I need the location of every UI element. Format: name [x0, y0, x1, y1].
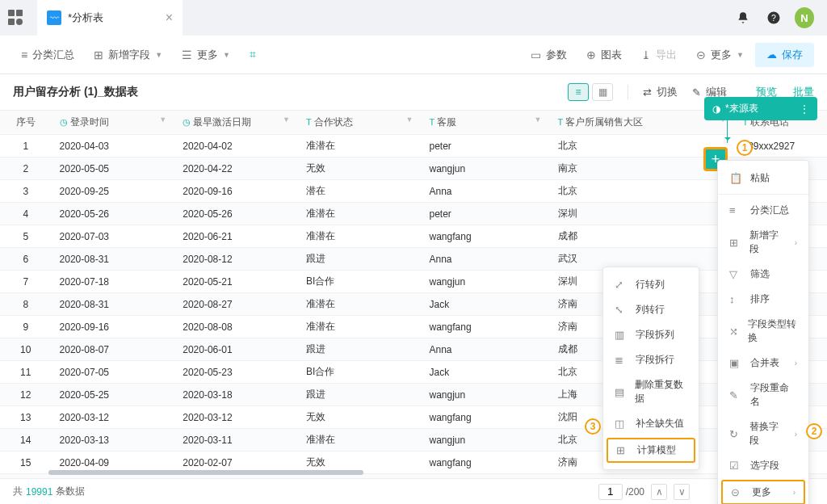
add-field-button[interactable]: ⊞新增字段▼: [86, 43, 170, 67]
menu-replace[interactable]: ↻替换字段›: [718, 414, 808, 453]
data-table: 序号 ◷登录时间▼ ◷最早激活日期▼ T合作状态▼ T客服▼ T客户所属销售大区…: [0, 110, 827, 478]
page-title: 用户留存分析 (1)_数据表: [13, 85, 138, 99]
menu-calcmodel[interactable]: ⊞计算模型: [607, 438, 695, 463]
menu-merge[interactable]: ▣合并表›: [718, 351, 808, 376]
more-icon: ☰: [182, 48, 192, 61]
fillna-icon: ◫: [615, 418, 628, 430]
addfield-icon: ⊞: [729, 237, 741, 249]
tab-close-button[interactable]: ×: [166, 10, 173, 25]
menu-paste[interactable]: 📋粘贴: [718, 166, 808, 191]
export-button[interactable]: ⤓导出: [633, 43, 685, 67]
page-total: /200: [626, 486, 644, 498]
clock-icon: ◷: [183, 117, 191, 127]
table-row[interactable]: 132020-03-122020-03-12无效wangfang沈阳: [0, 406, 827, 429]
calcmodel-icon: ⊞: [616, 444, 629, 456]
table-row[interactable]: 62020-08-312020-08-12跟进Anna武汉138xxx3702: [0, 248, 827, 271]
rename-icon: ✎: [729, 389, 742, 401]
context-menu-operations: 📋粘贴 ≡分类汇总 ⊞新增字段› ▽筛选 ↕排序 ⤭字段类型转换 ▣合并表› ✎…: [717, 160, 809, 504]
group-icon: ≡: [729, 204, 742, 216]
table-row[interactable]: 102020-08-072020-06-01跟进Anna成都: [0, 338, 827, 361]
context-submenu-transforms: ⤢行转列 ⤡列转行 ▥字段拆列 ≣字段拆行 ▤删除重复数据 ◫补全缺失值 ⊞计算…: [602, 267, 699, 470]
prev-page-button[interactable]: ∧: [651, 484, 667, 500]
more-button[interactable]: ⊝更多▼: [688, 43, 752, 67]
menu-coltorow[interactable]: ⤡列转行: [603, 297, 699, 322]
source-icon: ◑: [712, 103, 720, 115]
analysis-tab-icon: 〰: [47, 10, 61, 25]
menu-select[interactable]: ☑选字段: [718, 453, 808, 478]
page-input[interactable]: [598, 484, 623, 500]
chart-icon: ⊕: [586, 48, 596, 61]
table-row[interactable]: 12020-04-032020-04-02准潜在peter北京189xxx292…: [0, 135, 827, 158]
callout-1: 1: [737, 140, 753, 156]
notification-icon[interactable]: [733, 8, 753, 27]
total-prefix: 共: [13, 485, 23, 498]
sort-icon: ↕: [729, 293, 742, 305]
table-row[interactable]: 22020-05-052020-04-22无效wangjun南京188xxx97…: [0, 158, 827, 180]
menu-sort[interactable]: ↕排序: [718, 287, 808, 312]
group-summary-button[interactable]: ≡分类汇总: [13, 43, 82, 67]
addfield-icon: ⊞: [94, 48, 103, 61]
horizontal-scrollbar[interactable]: [48, 470, 363, 475]
text-icon: T: [306, 117, 312, 127]
table-row[interactable]: 112020-07-052020-05-23BI合作Jack北京: [0, 361, 827, 384]
table-row[interactable]: 142020-03-132020-03-11准潜在wangjun北京: [0, 429, 827, 452]
table-row[interactable]: 32020-09-252020-09-16潜在Anna北京138xxx6943: [0, 180, 827, 203]
list-view-button[interactable]: ≡: [568, 83, 589, 101]
select-icon: ☑: [729, 460, 742, 472]
app-menu-button[interactable]: [8, 10, 24, 26]
params-button[interactable]: ▭参数: [523, 43, 575, 67]
menu-splitrow[interactable]: ≣字段拆行: [603, 347, 699, 372]
menu-more[interactable]: ⊝更多›: [721, 480, 805, 504]
menu-filter[interactable]: ▽筛选: [718, 262, 808, 287]
menu-addfield[interactable]: ⊞新增字段›: [718, 223, 808, 262]
save-icon: ☁: [766, 48, 777, 61]
menu-rowtocol[interactable]: ⤢行转列: [603, 272, 699, 297]
chart-button[interactable]: ⊕图表: [578, 43, 630, 67]
table-row[interactable]: 82020-08-312020-08-27准潜在Jack济南: [0, 293, 827, 316]
svg-text:?: ?: [771, 13, 776, 23]
more-icon: ⊝: [731, 486, 744, 498]
switch-icon: ⇄: [643, 86, 652, 99]
table-row[interactable]: 122020-05-252020-03-18跟进wangjun上海: [0, 384, 827, 406]
rowtocol-icon: ⤢: [615, 279, 628, 291]
current-tab[interactable]: 〰 *分析表 ×: [37, 0, 183, 36]
save-button[interactable]: ☁保存: [755, 43, 814, 67]
col-index[interactable]: 序号: [0, 111, 52, 135]
grid-view-button[interactable]: ▦: [592, 83, 613, 101]
callout-3: 3: [585, 418, 601, 435]
splitrow-icon: ≣: [615, 354, 628, 366]
col-customer-service[interactable]: T客服▼: [422, 111, 550, 135]
col-login-time[interactable]: ◷登录时间▼: [52, 111, 175, 135]
filter-icon: ▽: [729, 268, 742, 280]
table-row[interactable]: 92020-09-162020-08-08准潜在wangfang济南: [0, 316, 827, 338]
source-more-button[interactable]: ⋮: [800, 103, 809, 115]
params-icon: ▭: [531, 48, 541, 61]
table-row[interactable]: 52020-07-032020-06-21准潜在wangfang成都182xxx…: [0, 225, 827, 248]
formula-button[interactable]: ⌗: [241, 43, 264, 66]
col-status[interactable]: T合作状态▼: [298, 111, 422, 135]
menu-fillna[interactable]: ◫补全缺失值: [603, 411, 699, 436]
source-table-node[interactable]: ◑ *来源表 ⋮: [704, 97, 817, 120]
callout-2: 2: [806, 423, 822, 439]
table-row[interactable]: 42020-05-262020-05-26准潜在peter深圳185xxx877…: [0, 203, 827, 225]
menu-typeconv[interactable]: ⤭字段类型转换: [718, 312, 808, 351]
menu-splitcol[interactable]: ▥字段拆列: [603, 322, 699, 347]
user-avatar[interactable]: N: [795, 8, 814, 27]
coltorow-icon: ⤡: [615, 304, 628, 316]
dedup-icon: ▤: [615, 386, 627, 398]
table-row[interactable]: 72020-07-182020-05-21BI合作wangjun深圳: [0, 271, 827, 293]
menu-rename[interactable]: ✎字段重命名: [718, 376, 808, 414]
edit-icon: ✎: [692, 86, 701, 99]
formula-icon: ⌗: [250, 48, 256, 61]
menu-group[interactable]: ≡分类汇总: [718, 198, 808, 223]
col-activate-date[interactable]: ◷最早激活日期▼: [174, 111, 298, 135]
total-suffix: 条数据: [56, 485, 85, 498]
switch-button[interactable]: ⇄切换: [643, 85, 678, 99]
more-tools-button[interactable]: ☰更多▼: [174, 43, 238, 67]
next-page-button[interactable]: ∨: [674, 484, 690, 500]
text-icon: T: [558, 117, 564, 127]
menu-dedup[interactable]: ▤删除重复数据: [603, 372, 699, 411]
export-icon: ⤓: [641, 48, 651, 61]
text-icon: T: [430, 117, 435, 127]
help-icon[interactable]: ?: [764, 8, 783, 27]
